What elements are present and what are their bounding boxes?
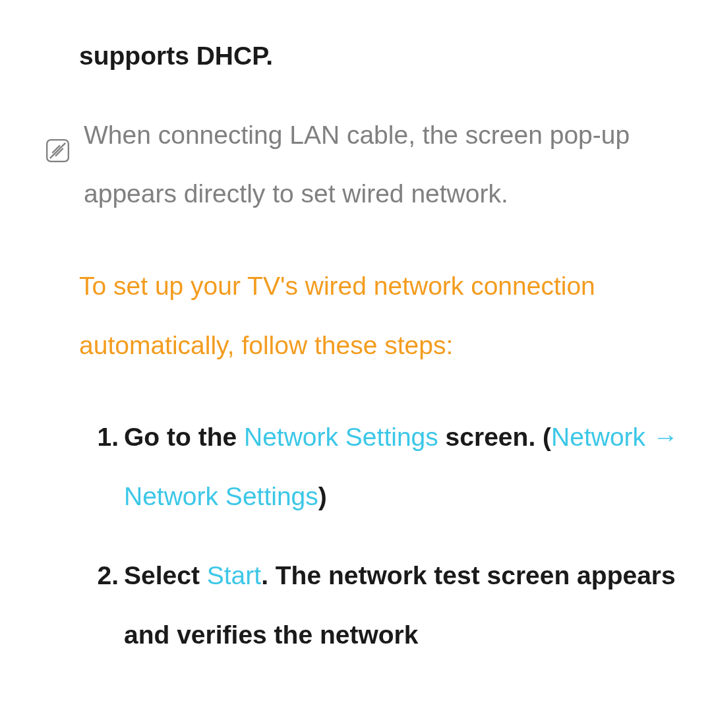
step-text: Go to the: [124, 423, 244, 451]
note-block: When connecting LAN cable, the screen po…: [82, 106, 686, 224]
ui-label-network: Network: [551, 423, 645, 451]
step-number: 2.: [86, 546, 119, 664]
step-body: Go to the Network Settings screen. (Netw…: [124, 408, 686, 526]
svg-line-1: [50, 143, 65, 158]
ui-label-start: Start: [207, 561, 261, 590]
section-heading: To set up your TV's wired network connec…: [79, 257, 686, 375]
step-text: screen. (: [438, 423, 551, 451]
step-2: 2. Select Start. The network test screen…: [86, 546, 686, 664]
step-number: 1.: [86, 408, 119, 526]
steps-list: 1. Go to the Network Settings screen. (N…: [86, 408, 686, 664]
ui-label-network-settings-2: Network Settings: [124, 482, 318, 510]
fragment-text: supports DHCP.: [79, 26, 686, 86]
note-icon: [46, 124, 69, 147]
step-1: 1. Go to the Network Settings screen. (N…: [86, 408, 686, 526]
step-body: Select Start. The network test screen ap…: [124, 546, 686, 664]
ui-label-network-settings: Network Settings: [244, 423, 438, 451]
note-text: When connecting LAN cable, the screen po…: [84, 106, 686, 224]
step-text: Select: [124, 561, 207, 590]
arrow-icon: →: [645, 423, 678, 451]
step-text: ): [318, 482, 327, 510]
